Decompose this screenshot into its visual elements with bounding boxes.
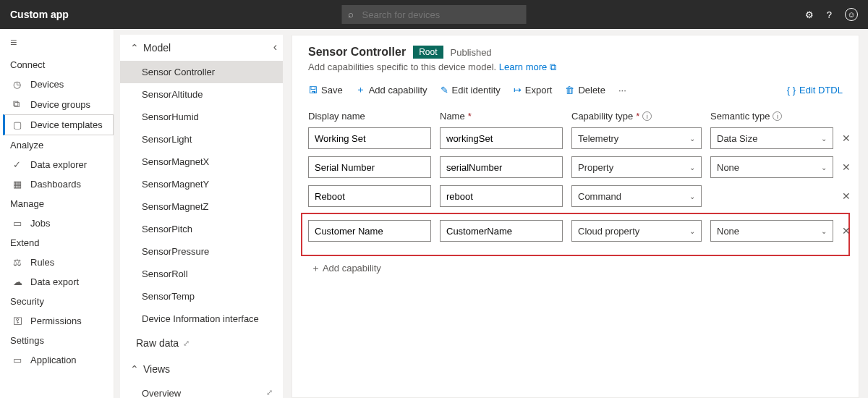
model-tree: ‹ ⌃Model Sensor Controller SensorAltitud… — [120, 35, 283, 398]
semantic-type-select[interactable]: Data Size⌄ — [710, 127, 833, 149]
nav-device-templates[interactable]: ▢Device templates — [3, 114, 114, 135]
nav-application[interactable]: ▭Application — [0, 350, 114, 370]
add-capability-button[interactable]: ＋Add capability — [356, 83, 427, 96]
left-nav: ≡ Connect ◷Devices ⧉Device groups ▢Devic… — [0, 29, 114, 398]
tree-item[interactable]: Device Information interface — [120, 308, 283, 330]
tree-views[interactable]: ⌃Views — [120, 356, 283, 382]
tree-item[interactable]: Sensor Controller — [120, 61, 283, 83]
hamburger-icon[interactable]: ≡ — [0, 33, 114, 55]
app-icon: ▭ — [13, 355, 23, 365]
name-input[interactable] — [440, 220, 563, 242]
remove-row-icon[interactable]: ✕ — [842, 225, 851, 237]
nav-devices[interactable]: ◷Devices — [0, 75, 114, 94]
nav-label: Jobs — [30, 218, 50, 229]
nav-label: Dashboards — [30, 179, 81, 190]
nav-label: Rules — [30, 257, 54, 268]
dashboard-icon: ▦ — [13, 179, 23, 190]
nav-label: Devices — [30, 79, 64, 90]
tree-rawdata[interactable]: Raw data⤢ — [120, 330, 283, 356]
collapse-tree-icon[interactable]: ‹ — [273, 41, 277, 54]
semantic-type-select[interactable]: None⌄ — [710, 156, 833, 178]
tree-item[interactable]: SensorMagnetX — [120, 151, 283, 173]
chevron-down-icon: ⌄ — [821, 227, 827, 235]
resize-icon[interactable]: ⤢ — [183, 339, 190, 348]
display-name-input[interactable] — [308, 185, 431, 207]
tree-label: Overview — [142, 388, 181, 398]
help-icon[interactable]: ? — [827, 9, 832, 20]
explorer-icon: ✓ — [13, 159, 23, 170]
tree-overview[interactable]: Overview⤢ — [120, 382, 283, 398]
expand-row-icon[interactable]: ⌄ — [858, 161, 859, 173]
tree-item[interactable]: SensorLight — [120, 128, 283, 151]
trash-icon: 🗑 — [565, 85, 574, 96]
nav-rules[interactable]: ⚖Rules — [0, 253, 114, 272]
nav-data-export[interactable]: ☁Data export — [0, 272, 114, 292]
expand-row-icon[interactable]: ⌄ — [858, 132, 859, 144]
more-button[interactable]: ··· — [618, 85, 626, 96]
nav-device-groups[interactable]: ⧉Device groups — [0, 94, 114, 114]
edit-dtdl-button[interactable]: { } Edit DTDL — [787, 85, 843, 96]
nav-section-settings: Settings — [0, 331, 114, 350]
nav-data-explorer[interactable]: ✓Data explorer — [0, 155, 114, 174]
main-panel: Sensor Controller Root Published Add cap… — [292, 35, 859, 398]
expand-row-icon[interactable]: ⌄ — [858, 190, 859, 202]
info-icon[interactable]: i — [773, 111, 782, 121]
nav-section-security: Security — [0, 292, 114, 311]
expand-row-icon[interactable]: ⌄ — [858, 225, 859, 237]
capability-type-select[interactable]: Property⌄ — [571, 156, 702, 178]
capability-row: Telemetry⌄Data Size⌄✕⌄ — [308, 127, 843, 149]
remove-row-icon[interactable]: ✕ — [842, 132, 851, 144]
learn-more-link[interactable]: Learn more ⧉ — [499, 62, 556, 72]
tree-model[interactable]: ⌃Model — [120, 35, 283, 61]
feedback-icon[interactable]: ☺ — [845, 8, 858, 21]
export-icon: ↦ — [514, 85, 522, 96]
remove-row-icon[interactable]: ✕ — [842, 161, 851, 173]
export-button[interactable]: ↦Export — [514, 85, 553, 96]
save-button[interactable]: 🖫Save — [308, 85, 343, 96]
tree-item[interactable]: SensorPitch — [120, 218, 283, 240]
remove-row-icon[interactable]: ✕ — [842, 190, 851, 202]
info-icon[interactable]: i — [642, 111, 652, 121]
name-input[interactable] — [440, 185, 563, 207]
edit-identity-button[interactable]: ✎Edit identity — [441, 85, 501, 96]
tree-item[interactable]: SensorAltitude — [120, 83, 283, 106]
add-capability-inline[interactable]: ＋ Add capability — [308, 262, 843, 275]
name-input[interactable] — [440, 127, 563, 149]
search-icon: ⌕ — [348, 9, 354, 20]
tree-item[interactable]: SensorTemp — [120, 285, 283, 308]
semantic-type-select[interactable]: None⌄ — [710, 220, 833, 242]
tree-label: Model — [143, 42, 171, 54]
delete-button[interactable]: 🗑Delete — [565, 85, 605, 96]
chevron-down-icon: ⌄ — [689, 164, 695, 172]
resize-icon[interactable]: ⤢ — [266, 388, 273, 397]
nav-section-connect: Connect — [0, 55, 114, 75]
tree-label: Raw data — [136, 337, 179, 349]
tree-item[interactable]: SensorPressure — [120, 240, 283, 263]
display-name-input[interactable] — [308, 127, 431, 149]
nav-jobs[interactable]: ▭Jobs — [0, 213, 114, 233]
name-input[interactable] — [440, 156, 563, 178]
capability-type-select[interactable]: Telemetry⌄ — [571, 127, 702, 149]
display-name-input[interactable] — [308, 156, 431, 178]
search-input[interactable] — [342, 5, 527, 24]
braces-icon: { } — [787, 85, 796, 96]
display-name-input[interactable] — [308, 220, 431, 242]
nav-permissions[interactable]: ⚿Permissions — [0, 311, 114, 331]
nav-dashboards[interactable]: ▦Dashboards — [0, 174, 114, 194]
chevron-down-icon: ⌄ — [689, 192, 695, 200]
capability-type-select[interactable]: Command⌄ — [571, 185, 702, 207]
nav-section-extend: Extend — [0, 233, 114, 253]
tree-item[interactable]: SensorRoll — [120, 263, 283, 285]
devices-icon: ◷ — [13, 79, 23, 90]
tree-item[interactable]: SensorMagnetZ — [120, 195, 283, 218]
chevron-icon: ⌃ — [130, 363, 139, 375]
tree-item[interactable]: SensorMagnetY — [120, 173, 283, 195]
capability-type-select[interactable]: Cloud property⌄ — [571, 220, 702, 242]
capability-row: Cloud property⌄None⌄✕⌄ — [308, 220, 843, 242]
tree-item[interactable]: SensorHumid — [120, 106, 283, 128]
save-icon: 🖫 — [308, 85, 318, 96]
subtitle: Add capabilities specific to this device… — [308, 62, 843, 73]
chevron-down-icon: ⌄ — [689, 227, 695, 235]
model-title: Sensor Controller — [308, 46, 406, 59]
settings-icon[interactable]: ⚙ — [805, 9, 814, 20]
